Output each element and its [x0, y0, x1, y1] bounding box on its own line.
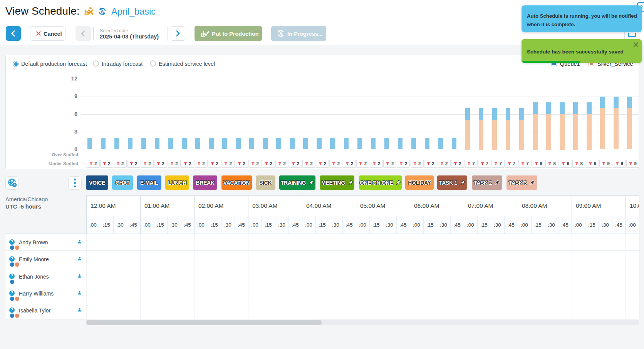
- svg-text:A: A: [279, 32, 282, 36]
- svg-text:A: A: [101, 9, 104, 13]
